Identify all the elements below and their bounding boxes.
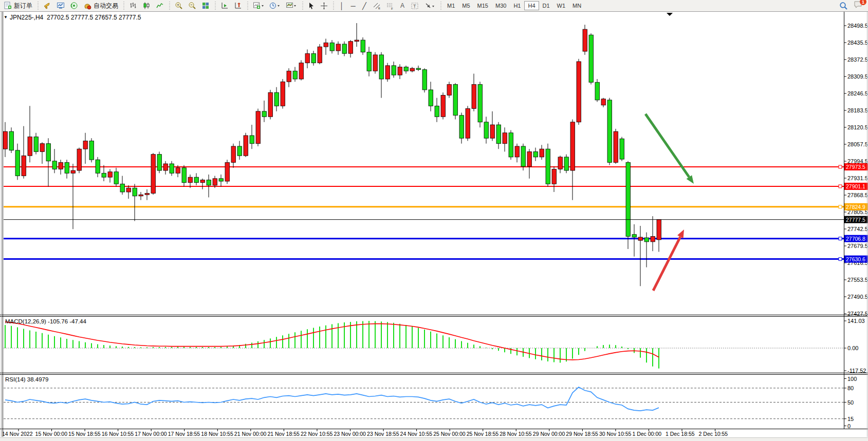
candle-down — [157, 155, 162, 170]
period-dropdown-button[interactable] — [267, 1, 283, 11]
svg-text:50: 50 — [847, 399, 854, 406]
candle-down — [595, 82, 600, 100]
vertical-line-button[interactable]: │ — [336, 1, 347, 11]
arrows-shapes-icon — [424, 2, 435, 10]
notifications-button[interactable]: 1 — [854, 1, 863, 11]
candle-up — [657, 220, 661, 240]
candle-down — [509, 133, 513, 157]
signals-icon — [70, 2, 78, 10]
time-tick-label: 1 Dec 00:00 — [632, 431, 661, 437]
autotrading-icon — [83, 2, 91, 10]
candle-up — [651, 236, 655, 241]
toolbar-grip — [122, 2, 125, 10]
price-tick-label: 28183.5 — [847, 107, 868, 113]
time-tick-label: 28 Nov 10:55 — [500, 431, 532, 437]
toolbar-grip — [331, 2, 335, 10]
price-label: 27824.9 — [846, 204, 865, 210]
candle-up — [71, 170, 76, 173]
line-chart-button[interactable] — [153, 1, 167, 11]
horizontal-line-button[interactable]: ─ — [347, 1, 359, 11]
timeframe-m30-button[interactable]: M30 — [492, 1, 510, 10]
candle-down — [484, 122, 489, 138]
candle-down — [478, 84, 483, 122]
equidistant-channel-button[interactable]: E — [370, 1, 383, 11]
chart-title: ▼JPN225-,H4 27702.5 27777.5 27657.5 2777… — [4, 14, 141, 21]
time-tick-label: 21 Nov 00:00 — [234, 431, 267, 437]
candle-up — [231, 146, 236, 162]
trendline-button[interactable]: ╱ — [359, 1, 370, 11]
fibonacci-icon: F — [386, 2, 394, 10]
candle-down — [262, 111, 267, 117]
search-button[interactable] — [837, 1, 851, 11]
candle-up — [324, 43, 328, 47]
candle-up — [163, 164, 168, 170]
timeframe-d1-button[interactable]: D1 — [539, 1, 553, 10]
bar-chart-button[interactable] — [126, 1, 140, 11]
equidistant-channel-icon: E — [373, 2, 381, 10]
candle-up — [59, 162, 63, 169]
candle-down — [46, 144, 51, 161]
candle-up — [447, 84, 452, 95]
svg-text:F: F — [391, 7, 393, 10]
green-down-arrow — [645, 114, 689, 177]
crosshair-button[interactable] — [318, 1, 330, 11]
candle-up — [305, 53, 310, 63]
timeframe-group: M1M5M15M30H1H4D1W1MN — [444, 1, 585, 11]
candlestick-chart-button[interactable] — [140, 1, 153, 11]
new-chart-button[interactable] — [250, 1, 267, 11]
timeframe-w1-button[interactable]: W1 — [553, 1, 569, 10]
autotrading-label: 自动交易 — [94, 2, 118, 10]
timeframe-h4-button[interactable]: H4 — [524, 1, 539, 10]
time-tick-label: 18 Nov 10:55 — [201, 431, 233, 437]
candle-down — [422, 70, 427, 90]
candle-up — [336, 44, 341, 51]
chart-expand-icon[interactable]: ▼ — [4, 15, 8, 20]
candle-up — [200, 180, 205, 182]
svg-text:141.03: 141.03 — [847, 318, 865, 324]
candle-up — [558, 157, 563, 169]
candle-down — [620, 139, 624, 159]
candle-down — [96, 160, 100, 173]
chart-shift-button[interactable] — [218, 1, 231, 11]
tile-windows-icon — [201, 2, 210, 10]
auto-scroll-button[interactable] — [231, 1, 245, 11]
time-tick-label: 16 Nov 10:55 — [102, 431, 134, 437]
template-dropdown-button[interactable] — [283, 1, 300, 11]
text-button[interactable]: A — [397, 1, 408, 11]
text-label-button[interactable]: T — [408, 1, 421, 11]
toolbar: 新订单 — [0, 0, 868, 12]
signals-button[interactable] — [67, 1, 81, 11]
candle-down — [564, 157, 569, 170]
candle-down — [342, 44, 347, 53]
window-right-edge — [867, 12, 867, 437]
price-tick-label: 27931.5 — [847, 175, 868, 181]
zoom-in-button[interactable] — [172, 1, 186, 11]
price-label: 27973.5 — [846, 164, 865, 170]
timeframe-m5-button[interactable]: M5 — [458, 1, 473, 10]
arrows-shapes-button[interactable] — [421, 1, 438, 11]
chart-canvas[interactable]: 28498.528435.528372.528309.528246.528183… — [0, 12, 868, 441]
timeframe-m1-button[interactable]: M1 — [444, 1, 458, 10]
candle-up — [398, 67, 402, 75]
alerts-button[interactable] — [41, 1, 54, 11]
candle-up — [126, 188, 131, 192]
candle-up — [570, 122, 575, 170]
cursor-button[interactable] — [305, 1, 318, 11]
candle-up — [151, 155, 156, 194]
timeframe-m15-button[interactable]: M15 — [474, 1, 492, 10]
candle-up — [287, 71, 291, 82]
new-order-button[interactable]: 新订单 — [1, 1, 35, 11]
candle-down — [89, 141, 94, 160]
timeframe-h1-button[interactable]: H1 — [510, 1, 524, 10]
autotrading-button[interactable]: 自动交易 — [81, 1, 121, 11]
time-tick-label: 17 Nov 00:00 — [135, 431, 167, 437]
candle-up — [583, 29, 587, 51]
red-up-arrow-head — [677, 229, 684, 238]
zoom-out-button[interactable] — [186, 1, 199, 11]
timeframe-mn-button[interactable]: MN — [569, 1, 585, 10]
mt4-window: 新订单 — [0, 0, 868, 441]
fibonacci-button[interactable]: F — [383, 1, 397, 11]
market-watch-button[interactable] — [54, 1, 67, 11]
toolbar-grip — [168, 2, 171, 10]
tile-windows-button[interactable] — [199, 1, 212, 11]
